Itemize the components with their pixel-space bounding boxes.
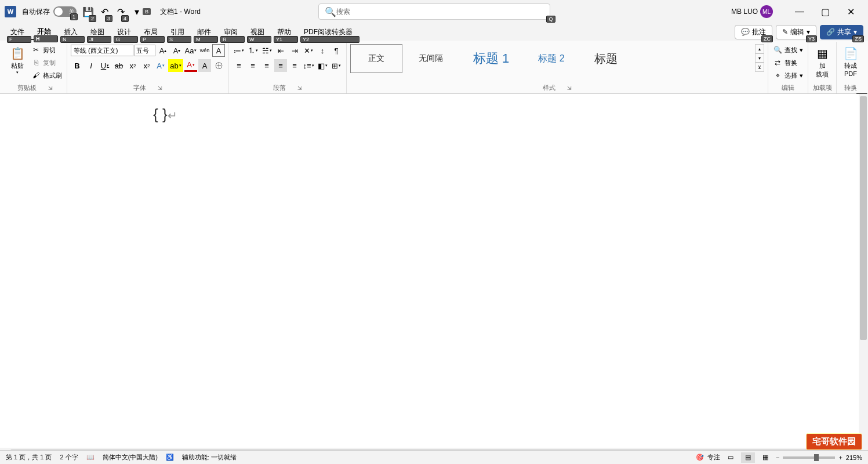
- search-box[interactable]: 🔍 Q: [318, 3, 550, 20]
- bold-button[interactable]: B: [71, 59, 83, 72]
- zoom-level[interactable]: 215%: [846, 454, 862, 461]
- copy-button[interactable]: ⎘复制: [30, 57, 63, 68]
- distribute-button[interactable]: ≡: [288, 59, 301, 72]
- align-center-button[interactable]: ≡: [246, 59, 259, 72]
- close-button[interactable]: ✕: [838, 3, 863, 20]
- print-layout-button[interactable]: ▤: [741, 452, 755, 463]
- vscroll-thumb[interactable]: [860, 96, 867, 340]
- user-avatar[interactable]: ML: [760, 5, 773, 18]
- web-layout-button[interactable]: ▦: [758, 452, 772, 463]
- tab-help[interactable]: 帮助Y1: [271, 25, 297, 39]
- edit-mode-button[interactable]: ✎编辑 ▾Y3: [776, 25, 816, 39]
- replace-button[interactable]: ⇄替换: [772, 57, 798, 68]
- tab-draw[interactable]: 绘图JI: [85, 25, 110, 39]
- paragraph-launcher[interactable]: ⇲: [297, 85, 302, 91]
- text-effects-button[interactable]: A: [154, 59, 167, 72]
- grow-font-button[interactable]: A▴: [157, 44, 169, 57]
- accessibility-status[interactable]: 辅助功能: 一切就绪: [182, 453, 237, 462]
- gallery-up-icon[interactable]: ▴: [755, 44, 764, 53]
- line-spacing-button[interactable]: ↕≡: [302, 59, 315, 72]
- zoom-in-button[interactable]: +: [838, 454, 842, 461]
- user-name[interactable]: MB LUO: [731, 8, 758, 16]
- increase-indent-button[interactable]: ⇥: [288, 44, 301, 57]
- style-heading2[interactable]: 标题 2: [525, 44, 578, 73]
- highlight-button[interactable]: ab: [168, 59, 183, 72]
- tab-home[interactable]: 开始H: [31, 24, 57, 40]
- multilevel-button[interactable]: ☵: [260, 44, 273, 57]
- align-right-button[interactable]: ≡: [260, 59, 273, 72]
- style-title[interactable]: 标题: [580, 44, 632, 73]
- tab-file[interactable]: 文件F: [5, 25, 30, 39]
- shrink-font-button[interactable]: A▾: [170, 44, 183, 57]
- tab-layout[interactable]: 布局P: [138, 25, 164, 39]
- convert-pdf-button[interactable]: 📄 转成PDF: [840, 44, 861, 78]
- document-content[interactable]: { }↵: [153, 106, 177, 124]
- document-page[interactable]: { }↵: [0, 94, 859, 448]
- styles-launcher[interactable]: ⇲: [567, 85, 572, 91]
- zoom-slider[interactable]: [783, 456, 835, 459]
- font-launcher[interactable]: ⇲: [158, 85, 162, 91]
- cut-button[interactable]: ✂剪切: [30, 44, 63, 56]
- style-nospacing[interactable]: 无间隔: [405, 44, 457, 73]
- justify-button[interactable]: ≡: [274, 59, 287, 72]
- tab-insert[interactable]: 插入N: [58, 25, 83, 39]
- subscript-button[interactable]: x2: [126, 59, 139, 72]
- underline-button[interactable]: U: [99, 59, 111, 72]
- font-size-combo[interactable]: [135, 45, 155, 56]
- shading-button[interactable]: ◧: [316, 59, 329, 72]
- sort-button[interactable]: ↕: [316, 44, 329, 57]
- show-marks-button[interactable]: ¶: [330, 44, 343, 57]
- format-painter-button[interactable]: 🖌格式刷: [30, 70, 63, 81]
- read-mode-button[interactable]: ▭: [724, 452, 738, 463]
- tab-design[interactable]: 设计G: [111, 25, 137, 39]
- tab-view[interactable]: 视图W: [245, 25, 270, 39]
- tab-mailings[interactable]: 邮件M: [191, 25, 217, 39]
- align-left-button[interactable]: ≡: [233, 59, 245, 72]
- focus-icon[interactable]: 🎯: [696, 454, 704, 461]
- gallery-more-icon[interactable]: ⊻: [755, 63, 764, 72]
- font-color-button[interactable]: A: [184, 59, 197, 72]
- redo-button[interactable]: ↷4: [114, 5, 128, 19]
- page-status[interactable]: 第 1 页，共 1 页: [6, 453, 52, 462]
- tab-review[interactable]: 审阅R: [218, 25, 244, 39]
- undo-button[interactable]: ↶3: [97, 5, 111, 19]
- word-count[interactable]: 2 个字: [60, 453, 78, 462]
- style-heading1[interactable]: 标题 1: [459, 44, 523, 73]
- phonetic-guide-button[interactable]: wén: [198, 44, 211, 57]
- search-input[interactable]: [336, 8, 544, 16]
- numbering-button[interactable]: ⒈: [246, 44, 259, 57]
- change-case-button[interactable]: Aa: [184, 44, 197, 57]
- strikethrough-button[interactable]: ab: [112, 59, 125, 72]
- comments-button[interactable]: 💬批注ZC: [735, 25, 772, 39]
- styles-gallery-scroll[interactable]: ▴ ▾ ⊻: [755, 44, 764, 72]
- decrease-indent-button[interactable]: ⇤: [274, 44, 287, 57]
- char-border-button[interactable]: A: [212, 44, 225, 57]
- tab-pdf[interactable]: PDF阅读转换器Y2: [298, 25, 358, 39]
- addins-button[interactable]: ▦ 加载项: [812, 44, 833, 80]
- bullets-button[interactable]: ≔: [233, 44, 245, 57]
- zoom-knob[interactable]: [814, 454, 819, 461]
- focus-label[interactable]: 专注: [707, 453, 720, 462]
- enclose-char-button[interactable]: ㊉: [212, 59, 225, 72]
- restore-button[interactable]: ▢: [812, 3, 838, 20]
- paste-button[interactable]: 📋 粘贴▾: [7, 44, 28, 76]
- select-button[interactable]: ⌖选择 ▾: [772, 70, 804, 81]
- superscript-button[interactable]: x2: [140, 59, 153, 72]
- find-button[interactable]: 🔍查找 ▾: [772, 44, 804, 56]
- language-status[interactable]: 简体中文(中国大陆): [103, 453, 158, 462]
- share-button[interactable]: 🔗共享 ▾ZS: [820, 25, 863, 39]
- zoom-out-button[interactable]: −: [776, 454, 779, 461]
- vertical-scrollbar[interactable]: [859, 94, 868, 448]
- style-normal[interactable]: 正文: [350, 44, 402, 73]
- qat-dropdown[interactable]: ▾: [130, 5, 144, 19]
- autosave-toggle[interactable]: 关 1: [53, 6, 77, 17]
- minimize-button[interactable]: —: [787, 3, 812, 20]
- char-shading-button[interactable]: A: [198, 59, 211, 72]
- spellcheck-icon[interactable]: 📖: [86, 454, 95, 461]
- font-name-combo[interactable]: [71, 45, 133, 56]
- borders-button[interactable]: ⊞: [330, 59, 343, 72]
- italic-button[interactable]: I: [85, 59, 97, 72]
- save-button[interactable]: 💾2: [81, 5, 95, 19]
- clipboard-launcher[interactable]: ⇲: [48, 85, 53, 91]
- tab-references[interactable]: 引用S: [165, 25, 190, 39]
